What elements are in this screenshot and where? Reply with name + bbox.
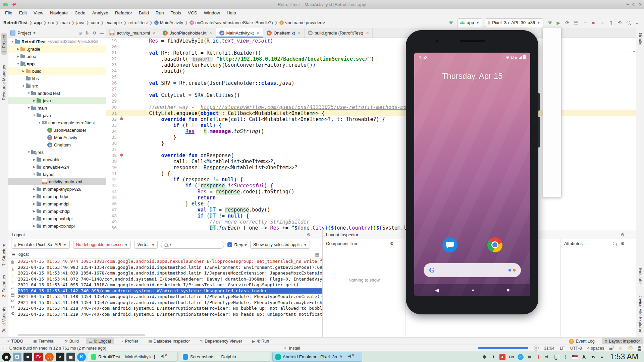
clipboard-icon[interactable]: ▤ xyxy=(527,354,533,360)
scroll-to-end-icon[interactable]: ⤓ xyxy=(12,266,14,272)
konsole-icon[interactable]: > xyxy=(56,353,64,361)
tree-item[interactable]: ▶mipmap-anydpi-v26 xyxy=(8,185,106,193)
minimize-icon[interactable]: – xyxy=(627,2,629,7)
google-search-bar[interactable]: G xyxy=(424,263,521,277)
stripe-gradle[interactable]: Gradle xyxy=(638,33,643,46)
tree-item[interactable]: ▶drawable xyxy=(8,156,106,163)
menu-view[interactable]: View xyxy=(31,9,46,16)
tree-toggle-arrow[interactable]: ▶ xyxy=(32,99,37,102)
tree-toggle-arrow[interactable]: ▶ xyxy=(32,224,37,228)
attach-debugger-icon[interactable]: ⌁ xyxy=(598,19,606,26)
tree-item[interactable]: ▶mipmap-hdpi xyxy=(8,193,106,200)
tab-jsonplaceholder-kt[interactable]: IJsonPlaceholder.kt✕ xyxy=(159,28,216,38)
close-tab-icon[interactable]: ✕ xyxy=(366,31,369,35)
stripe-emulator[interactable]: Emulator xyxy=(638,268,643,285)
stop-icon[interactable]: ■ xyxy=(590,19,597,26)
stripe-2-favorites[interactable]: 2: Favorites xyxy=(2,275,6,297)
toolwindow-event-log[interactable]: 4Event Log xyxy=(566,338,597,345)
locate-file-icon[interactable]: ⊕ xyxy=(78,31,82,36)
restart-icon[interactable]: ⟳ xyxy=(11,305,15,310)
logcat-row[interactable]: 2021-04-15 01:53:41.148 1354-1354/com.go… xyxy=(18,294,322,300)
us-flag-icon[interactable] xyxy=(572,354,578,360)
tab-build-gradle-retrofittest-[interactable]: build.gradle (RetrofitTest)✕ xyxy=(305,28,373,38)
breadcrumb-item[interactable]: RetrofitTest xyxy=(3,20,28,25)
tray-expander-icon[interactable]: ▲ xyxy=(599,354,605,360)
tree-item[interactable]: libs xyxy=(8,75,106,82)
menu-refactor[interactable]: Refactor xyxy=(112,9,135,16)
filezilla-icon[interactable]: Fz xyxy=(34,353,43,361)
tree-toggle-arrow[interactable]: ▶ xyxy=(32,195,37,198)
tree-toggle-arrow[interactable]: ▶ xyxy=(32,209,37,213)
indent-size[interactable]: 4 spaces xyxy=(587,346,604,351)
logcat-device-select[interactable]: ▯ Emulator Pixel_3a_API ▼ xyxy=(11,241,70,249)
logcat-process-select[interactable]: No debuggable processe ▼ xyxy=(73,241,131,249)
hide-panel-icon[interactable]: — xyxy=(629,232,633,237)
tree-toggle-arrow[interactable]: ▼ xyxy=(21,84,26,87)
logcat-subtab-label[interactable]: logcat xyxy=(17,252,29,257)
settings-gear-icon[interactable]: ⚙ xyxy=(307,232,311,237)
tab-mainactivity-kt[interactable]: CMainActivity.kt✕ xyxy=(216,28,263,38)
tree-item[interactable]: activity_main.xml xyxy=(8,178,106,185)
menu-build[interactable]: Build xyxy=(136,9,152,16)
happy-face-icon[interactable]: ☺ xyxy=(618,346,623,351)
tree-item[interactable]: ▼app xyxy=(8,60,106,67)
breadcrumb-item[interactable]: CMainActivity xyxy=(154,20,183,25)
clear-view-icon[interactable]: ⊘ xyxy=(11,298,15,303)
hide-panel-icon[interactable]: — xyxy=(398,241,402,246)
toolwindow-dependency-viewer[interactable]: ⇅Dependency Viewer xyxy=(197,338,245,344)
logcat-filter-select[interactable]: Show only selected applic ▼ xyxy=(250,241,310,249)
hide-panel-icon[interactable]: — xyxy=(100,31,104,36)
tree-item[interactable]: ▶drawable-v24 xyxy=(8,163,106,171)
toolwindow-4-run[interactable]: ▶4: Run xyxy=(250,338,272,344)
settings-gutter-icon[interactable]: ⚙ xyxy=(11,311,15,316)
microphone-icon[interactable] xyxy=(581,354,587,360)
menu-vcs[interactable]: VCS xyxy=(185,9,200,16)
updates-icon[interactable]: ⬆ xyxy=(490,354,496,360)
menu-run[interactable]: Run xyxy=(153,9,167,16)
sync-gradle-icon[interactable]: ⟲ xyxy=(616,19,623,26)
menu-window[interactable]: Window xyxy=(201,9,223,16)
avd-manager-icon[interactable]: ▯ xyxy=(607,19,614,26)
toolwindow-build[interactable]: ⚒Build xyxy=(62,338,82,344)
search-everywhere-icon[interactable] xyxy=(625,19,632,26)
notification-bell-icon[interactable] xyxy=(481,354,487,360)
breadcrumb-item[interactable]: monCreate(savedInstanceState: Bundle?) xyxy=(190,20,273,25)
logcat-row[interactable]: 2021-04-15 01:53:40.974 1081-1081/com.go… xyxy=(18,258,322,264)
tree-item[interactable]: IJsonPlaceholder xyxy=(8,126,106,134)
close-icon[interactable]: ✕ xyxy=(639,2,642,7)
tree-item[interactable]: ▼layout xyxy=(8,171,106,178)
breadcrumb-item[interactable]: retrofittest xyxy=(128,20,148,25)
settings-gear-icon[interactable]: ⚙ xyxy=(621,241,625,246)
gradle-daemon-icon[interactable] xyxy=(638,346,641,348)
device-select[interactable]: ▯ Pixel_3a_API_30_x86 ▼ xyxy=(485,18,543,27)
close-tab-icon[interactable]: ✕ xyxy=(298,31,301,35)
keyboard-layout-indicator[interactable]: EN xyxy=(508,354,515,360)
nav-overview-button[interactable]: ■ xyxy=(507,288,509,293)
voice-search-icon[interactable] xyxy=(508,269,511,272)
up-stack-trace-icon[interactable]: ↑ xyxy=(12,273,14,278)
taskbar-window-button[interactable]: RetrofitTest – MainActivity.kt [... xyxy=(88,352,178,362)
toolwindow-layout-inspector[interactable]: ⧉Layout Inspector xyxy=(602,338,643,344)
stripe-device-file-explorer[interactable]: Device File Explorer xyxy=(638,295,643,333)
tree-item[interactable]: COneItem xyxy=(8,141,106,148)
logcat-row[interactable]: 2021-04-15 01:53:41.218 740-740/com.andr… xyxy=(18,305,322,311)
stripe-build-variants[interactable]: Build Variants xyxy=(2,307,6,333)
breadcrumb-item[interactable]: com xyxy=(91,20,99,25)
screenshot-tool-icon[interactable]: ⌗ xyxy=(23,353,32,361)
stripe-7-structure[interactable]: 7: Structure xyxy=(2,244,6,266)
close-tab-icon[interactable]: ✕ xyxy=(257,31,260,35)
run-config-select[interactable]: app ▼ xyxy=(457,18,482,27)
override-method-icon[interactable] xyxy=(120,117,123,120)
breadcrumb-item[interactable]: c<no name provided> xyxy=(279,20,325,25)
tree-item[interactable]: ▼java xyxy=(8,112,106,119)
print-icon[interactable]: ▤ xyxy=(11,292,15,297)
desktop-pager-icon[interactable]: ❏ xyxy=(13,353,21,361)
logcat-row[interactable]: 2021-04-15 01:53:41.149 1354-1354/com.go… xyxy=(18,300,322,306)
grid-settings-icon[interactable]: ▦ xyxy=(315,252,319,257)
stripe-1-project[interactable]: 1: Project xyxy=(1,33,7,55)
tree-toggle-arrow[interactable]: ▼ xyxy=(32,173,37,176)
menu-help[interactable]: Help xyxy=(224,9,239,16)
breadcrumb-item[interactable]: main xyxy=(60,20,70,25)
alert-icon[interactable]: ❗ xyxy=(536,354,542,360)
tree-toggle-arrow[interactable]: ▼ xyxy=(16,62,20,65)
